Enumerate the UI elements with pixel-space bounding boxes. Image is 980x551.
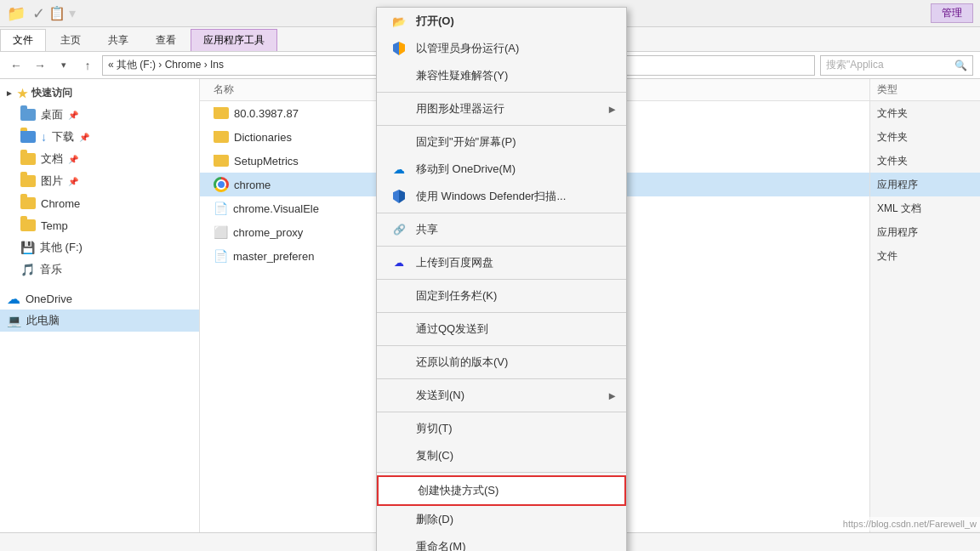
music-icon: 🎵 xyxy=(20,263,35,276)
watermark: https://blog.csdn.net/Farewell_w xyxy=(840,517,980,531)
ctx-rename[interactable]: 重命名(M) xyxy=(377,533,626,551)
folder-icon xyxy=(20,153,36,165)
ctx-send-to[interactable]: 发送到(N) ► xyxy=(377,382,626,409)
ctx-baidu[interactable]: ☁ 上传到百度网盘 xyxy=(377,249,626,276)
onedrive-icon: ☁ xyxy=(7,291,20,307)
ctx-compat[interactable]: 兼容性疑难解答(Y) xyxy=(377,62,626,89)
ctx-onedrive[interactable]: ☁ 移动到 OneDrive(M) xyxy=(377,156,626,183)
ctx-run-admin[interactable]: 以管理员身份运行(A) xyxy=(377,35,626,62)
ctx-pin-taskbar[interactable]: 固定到任务栏(K) xyxy=(377,282,626,310)
empty-icon xyxy=(392,482,409,499)
file-name-cell: 📄 chrome.VisualEle xyxy=(214,202,377,215)
pin-icon: 📌 xyxy=(68,155,78,164)
empty-icon xyxy=(390,133,407,151)
submenu-arrow: ► xyxy=(607,389,618,402)
file-name-cell: Dictionaries xyxy=(214,131,377,144)
folder-icon xyxy=(214,131,229,143)
sidebar-item-documents[interactable]: 文档 📌 xyxy=(0,148,199,170)
sidebar-item-drive-f[interactable]: 💾 其他 (F:) xyxy=(0,236,199,258)
defender-icon xyxy=(390,188,407,205)
empty-icon xyxy=(390,511,407,528)
separator xyxy=(377,92,626,93)
sidebar-item-pictures[interactable]: 图片 📌 xyxy=(0,170,199,192)
ctx-open[interactable]: 📂 打开(O) xyxy=(377,8,626,35)
folder-icon xyxy=(214,155,229,167)
pin-icon: 📌 xyxy=(68,177,78,186)
right-panel: 类型 文件夹 文件夹 文件夹 应用程序 XML 文档 应用程序 文件 xyxy=(869,79,980,532)
exe-icon: ⬜ xyxy=(214,225,228,239)
context-menu: 📂 打开(O) 以管理员身份运行(A) 兼容性疑难解答(Y) 用图形处理器运行 … xyxy=(376,7,627,551)
forward-button[interactable]: → xyxy=(31,56,49,75)
sidebar-item-chrome[interactable]: Chrome xyxy=(0,192,199,214)
folder-icon xyxy=(20,175,36,187)
tab-share[interactable]: 共享 xyxy=(95,29,141,51)
separator xyxy=(377,378,626,379)
file-name-cell: 80.0.3987.87 xyxy=(214,107,377,120)
right-panel-item: XML 文档 xyxy=(870,196,980,220)
empty-icon xyxy=(390,538,407,551)
file-name-cell: chrome xyxy=(214,177,377,192)
tab-app-tools[interactable]: 应用程序工具 xyxy=(191,29,277,51)
empty-icon xyxy=(390,447,407,464)
separator xyxy=(377,213,626,213)
ctx-restore-prev[interactable]: 还原以前的版本(V) xyxy=(377,349,626,376)
separator xyxy=(377,125,626,126)
separator xyxy=(377,345,626,346)
right-panel-item-selected: 应用程序 xyxy=(870,173,980,196)
sidebar-item-desktop[interactable]: 桌面 📌 xyxy=(0,104,199,126)
right-panel-item: 文件夹 xyxy=(870,125,980,149)
share-icon: 🔗 xyxy=(390,221,407,238)
folder-icon xyxy=(20,219,36,231)
ctx-share[interactable]: 🔗 共享 xyxy=(377,216,626,243)
folder-icon xyxy=(214,107,229,119)
open-icon: 📂 xyxy=(390,13,407,30)
ctx-copy[interactable]: 复制(C) xyxy=(377,442,626,469)
separator xyxy=(377,246,626,247)
separator xyxy=(377,279,626,280)
download-icon: ↓ xyxy=(41,130,47,144)
ctx-pin-start[interactable]: 固定到"开始"屏幕(P) xyxy=(377,128,626,156)
file-icon: 📄 xyxy=(214,249,228,263)
pin-icon: 📌 xyxy=(79,133,89,142)
sidebar: ► ★ 快速访问 桌面 📌 ↓ 下载 📌 文档 📌 xyxy=(0,79,200,532)
empty-icon xyxy=(390,100,407,117)
right-panel-item: 文件夹 xyxy=(870,101,980,125)
back-button[interactable]: ← xyxy=(7,56,26,75)
sidebar-item-music[interactable]: 🎵 音乐 xyxy=(0,258,199,281)
empty-icon xyxy=(390,67,407,84)
ctx-qq-send[interactable]: 通过QQ发送到 xyxy=(377,315,626,343)
tab-file[interactable]: 文件 xyxy=(0,29,46,51)
up-button[interactable]: ▾ xyxy=(54,56,73,75)
tab-home[interactable]: 主页 xyxy=(48,29,94,51)
quick-access-header[interactable]: ► ★ 快速访问 xyxy=(0,82,199,104)
sidebar-item-thispc[interactable]: 💻 此电脑 xyxy=(0,310,199,332)
empty-icon xyxy=(390,321,407,338)
ctx-gpu-run[interactable]: 用图形处理器运行 ► xyxy=(377,95,626,122)
search-box[interactable]: 搜索"Applica 🔍 xyxy=(820,55,973,76)
pc-icon: 💻 xyxy=(7,314,21,327)
right-panel-item: 文件 xyxy=(870,244,980,268)
right-panel-header: 类型 xyxy=(870,79,980,101)
shield-icon xyxy=(390,40,407,57)
ctx-cut[interactable]: 剪切(T) xyxy=(377,415,626,442)
folder-icon xyxy=(20,109,36,121)
file-name-cell: ⬜ chrome_proxy xyxy=(214,225,377,239)
manage-label: 管理 xyxy=(931,3,973,23)
header-name: 名称 xyxy=(214,82,384,97)
baidu-icon: ☁ xyxy=(390,254,407,271)
ctx-defender[interactable]: 使用 Windows Defender扫描... xyxy=(377,183,626,210)
empty-icon xyxy=(390,354,407,371)
separator xyxy=(377,472,626,473)
sidebar-item-downloads[interactable]: ↓ 下载 📌 xyxy=(0,126,199,148)
sidebar-item-temp[interactable]: Temp xyxy=(0,214,199,236)
up-dir-button[interactable]: ↑ xyxy=(78,56,97,75)
chrome-icon xyxy=(214,177,229,192)
file-name-cell: 📄 master_preferen xyxy=(214,249,377,263)
submenu-arrow: ► xyxy=(607,103,618,116)
ctx-delete[interactable]: 删除(D) xyxy=(377,506,626,533)
tab-view[interactable]: 查看 xyxy=(143,29,189,51)
empty-icon xyxy=(390,387,407,404)
ctx-create-shortcut[interactable]: 创建快捷方式(S) xyxy=(377,475,626,506)
sidebar-item-onedrive[interactable]: ☁ OneDrive xyxy=(0,287,199,310)
drive-icon: 💾 xyxy=(20,241,35,254)
